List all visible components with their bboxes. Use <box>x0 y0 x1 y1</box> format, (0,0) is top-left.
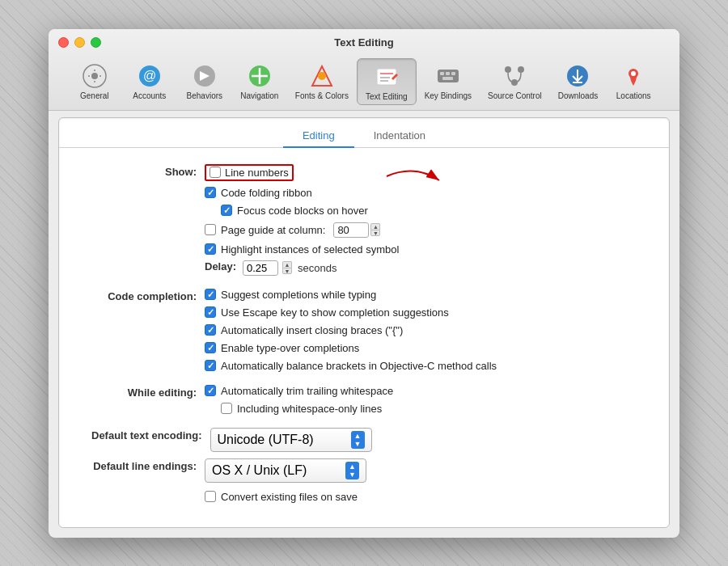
svg-point-7 <box>318 72 326 80</box>
line-endings-select-wrapper: OS X / Unix (LF) ▲ ▼ <box>205 458 366 483</box>
toolbar-item-locations[interactable]: Locations <box>606 58 661 105</box>
escape-key-checkbox[interactable] <box>205 306 216 318</box>
svg-point-17 <box>505 66 511 73</box>
whitespace-only-row: Including whitespace-only lines <box>205 403 393 415</box>
code-completion-controls: Suggest completions while typing Use Esc… <box>205 289 497 372</box>
type-over-row: Enable type-over completions <box>205 342 497 354</box>
highlight-instances-row: Highlight instances of selected symbol <box>205 243 399 256</box>
escape-key-row: Use Escape key to show completion sugges… <box>205 306 497 319</box>
suggest-row: Suggest completions while typing <box>205 289 497 301</box>
trim-whitespace-checkbox[interactable] <box>205 385 216 396</box>
show-label: Show: <box>91 164 205 178</box>
minimize-button[interactable] <box>74 37 85 48</box>
close-button[interactable] <box>58 37 69 48</box>
page-guide-input[interactable]: 80 <box>333 222 369 238</box>
locations-icon <box>619 61 648 91</box>
delay-input[interactable]: 0.25 <box>243 260 278 276</box>
svg-rect-14 <box>446 72 450 75</box>
behaviors-icon <box>190 61 219 91</box>
maximize-button[interactable] <box>91 37 101 48</box>
line-endings-select[interactable]: OS X / Unix (LF) ▲ ▼ <box>205 458 366 483</box>
show-controls: Line numbers <box>205 164 399 256</box>
delay-row: Delay: 0.25 ▲ ▼ seconds <box>205 260 637 276</box>
delay-stepper[interactable]: ▲ ▼ <box>282 261 292 274</box>
svg-point-18 <box>518 66 524 73</box>
svg-rect-13 <box>440 72 444 75</box>
line-numbers-label: Line numbers <box>225 167 289 179</box>
line-endings-section: Default line endings: OS X / Unix (LF) ▲… <box>91 458 637 483</box>
toolbar-item-text-editing[interactable]: Text Editing <box>357 58 417 105</box>
code-folding-checkbox[interactable] <box>205 187 216 198</box>
delay-up[interactable]: ▲ <box>282 261 292 268</box>
tab-indentation[interactable]: Indentation <box>354 125 445 148</box>
highlight-instances-checkbox[interactable] <box>205 243 216 255</box>
line-numbers-checkbox[interactable] <box>210 167 221 178</box>
key-bindings-icon <box>434 61 463 91</box>
preferences-window: Text Editing General @ <box>49 29 679 538</box>
svg-rect-16 <box>442 77 453 80</box>
code-folding-label: Code folding ribbon <box>221 187 312 199</box>
auto-insert-checkbox[interactable] <box>205 324 216 336</box>
trim-whitespace-row: Automatically trim trailing whitespace <box>205 385 393 397</box>
page-guide-down[interactable]: ▼ <box>370 230 380 236</box>
navigation-icon <box>245 61 274 91</box>
tab-editing[interactable]: Editing <box>283 125 354 148</box>
encoding-arrows: ▲ ▼ <box>351 431 365 449</box>
type-over-checkbox[interactable] <box>205 342 216 353</box>
convert-files-row: Convert existing files on save <box>205 491 358 503</box>
focus-code-label: Focus code blocks on hover <box>237 205 368 217</box>
type-over-label: Enable type-over completions <box>221 342 359 354</box>
page-guide-stepper[interactable]: ▲ ▼ <box>370 223 380 236</box>
page-guide-row: Page guide at column: 80 ▲ ▼ <box>205 222 399 238</box>
settings-panel: Show: Line numbers <box>59 148 669 527</box>
show-section: Show: Line numbers <box>91 164 637 256</box>
source-control-icon <box>500 61 529 91</box>
code-completion-section: Code completion: Suggest completions whi… <box>91 289 637 372</box>
toolbar-item-source-control[interactable]: Source Control <box>480 58 550 105</box>
highlight-instances-label: Highlight instances of selected symbol <box>221 243 399 256</box>
content-area: Editing Indentation Show: Line numbers <box>58 117 670 528</box>
auto-insert-label: Automatically insert closing braces ("{"… <box>221 324 403 336</box>
fonts-colors-icon <box>307 61 336 91</box>
toolbar: General @ Accounts <box>58 55 670 110</box>
encoding-select-wrapper: Unicode (UTF-8) ▲ ▼ <box>210 428 372 452</box>
toolbar-label-general: General <box>80 91 109 100</box>
balance-brackets-row: Automatically balance brackets in Object… <box>205 360 497 372</box>
focus-code-row: Focus code blocks on hover <box>205 205 399 217</box>
toolbar-label-downloads: Downloads <box>558 91 598 100</box>
toolbar-item-behaviors[interactable]: Behaviors <box>177 58 232 105</box>
svg-rect-15 <box>451 72 455 75</box>
escape-key-label: Use Escape key to show completion sugges… <box>221 306 449 319</box>
toolbar-label-locations: Locations <box>616 91 651 100</box>
convert-files-checkbox[interactable] <box>205 491 216 502</box>
auto-insert-row: Automatically insert closing braces ("{"… <box>205 324 497 336</box>
toolbar-item-fonts-colors[interactable]: Fonts & Colors <box>287 58 357 105</box>
line-endings-label: Default line endings: <box>91 458 205 472</box>
convert-files-label: Convert existing files on save <box>221 491 358 503</box>
toolbar-item-navigation[interactable]: Navigation <box>232 58 287 105</box>
suggest-checkbox[interactable] <box>205 289 216 300</box>
delay-down[interactable]: ▼ <box>282 268 292 274</box>
line-endings-arrows: ▲ ▼ <box>345 462 359 479</box>
convert-files-section: Convert existing files on save <box>91 491 637 503</box>
page-guide-label: Page guide at column: <box>221 224 325 236</box>
page-guide-checkbox[interactable] <box>205 224 216 235</box>
svg-rect-12 <box>438 70 459 82</box>
toolbar-item-general[interactable]: General <box>67 58 122 105</box>
svg-point-23 <box>631 71 636 76</box>
balance-brackets-checkbox[interactable] <box>205 360 216 371</box>
encoding-value: Unicode (UTF-8) <box>218 433 314 447</box>
toolbar-label-text-editing: Text Editing <box>366 92 408 101</box>
delay-label: Delay: <box>205 260 243 272</box>
toolbar-item-accounts[interactable]: @ Accounts <box>122 58 177 105</box>
toolbar-item-key-bindings[interactable]: Key Bindings <box>417 58 480 105</box>
toolbar-label-key-bindings: Key Bindings <box>425 91 472 100</box>
downloads-icon <box>563 61 592 91</box>
code-completion-label: Code completion: <box>91 289 205 302</box>
toolbar-item-downloads[interactable]: Downloads <box>550 58 606 105</box>
page-guide-up[interactable]: ▲ <box>370 223 380 230</box>
encoding-select[interactable]: Unicode (UTF-8) ▲ ▼ <box>210 428 372 452</box>
focus-code-checkbox[interactable] <box>221 205 232 216</box>
whitespace-only-checkbox[interactable] <box>221 403 232 414</box>
line-numbers-row: Line numbers <box>205 164 399 181</box>
